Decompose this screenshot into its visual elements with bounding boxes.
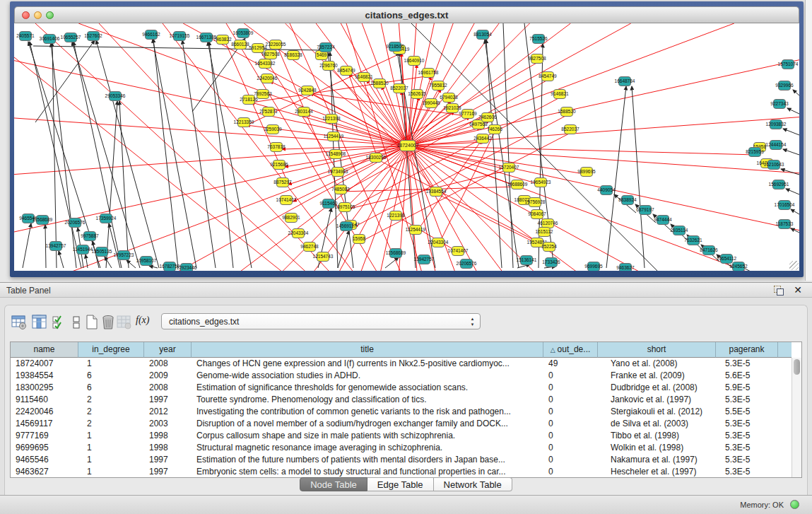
table-cell[interactable]: 2 — [78, 394, 144, 406]
table-cell[interactable]: 2008 — [144, 358, 192, 370]
graph-edge[interactable] — [177, 146, 408, 271]
network-graph[interactable]: 1232541918640910169617587955812679402819… — [14, 23, 799, 271]
table-cell[interactable]: 0 — [543, 382, 598, 394]
table-cell[interactable]: Estimation of the future numbers of pati… — [192, 454, 543, 466]
table-cell[interactable]: 5.3E-5 — [716, 418, 778, 430]
graph-edge[interactable] — [786, 189, 799, 194]
table-cell[interactable]: 9465546 — [11, 454, 78, 466]
graph-edge[interactable] — [14, 118, 408, 146]
close-panel-icon[interactable]: ✕ — [794, 284, 802, 296]
graph-edge[interactable] — [105, 257, 112, 268]
table-cell[interactable]: Yano et al. (2008) — [598, 358, 716, 370]
table-cell[interactable]: 0 — [543, 454, 598, 466]
resize-grip-icon[interactable] — [789, 261, 799, 270]
table-cell[interactable]: 2 — [78, 406, 144, 418]
table-cell[interactable]: 0 — [543, 406, 598, 418]
table-cell[interactable]: Disruption of a novel member of a sodium… — [192, 418, 543, 430]
table-select-combobox[interactable]: citations_edges.txt ▲▼ — [161, 313, 481, 329]
table-cell[interactable]: 0 — [543, 370, 598, 382]
table-cell[interactable]: Investigating the contribution of common… — [192, 406, 543, 418]
table-cell[interactable]: 1998 — [144, 442, 192, 454]
table-cell[interactable]: Franke et al. (2009) — [598, 370, 716, 382]
table-cell[interactable]: 0 — [543, 466, 598, 477]
table-cell[interactable]: 2012 — [144, 406, 192, 418]
graph-edge[interactable] — [632, 86, 645, 268]
table-cell[interactable]: 2009 — [144, 370, 192, 382]
table-cell[interactable]: Stergiakouli et al. (2012) — [598, 406, 716, 418]
graph-edge[interactable] — [182, 40, 216, 268]
table-cell[interactable]: Changes of HCN gene expression and I(f) … — [192, 358, 543, 370]
table-cell[interactable]: 1 — [78, 358, 144, 370]
graph-edge[interactable] — [503, 23, 513, 268]
table-cell[interactable]: 9777169 — [11, 430, 78, 442]
column-header-year[interactable]: year — [144, 342, 192, 358]
table-cell[interactable]: 0 — [543, 442, 598, 454]
graph-edge[interactable] — [606, 86, 626, 268]
table-cell[interactable]: 5.5E-5 — [716, 406, 778, 418]
table-cell[interactable]: Structural magnetic resonance image aver… — [192, 442, 543, 454]
table-row[interactable]: 946554611997Estimation of the future num… — [11, 454, 792, 466]
table-cell[interactable]: 14569117 — [11, 418, 78, 430]
table-cell[interactable]: 19384554 — [11, 370, 78, 382]
table-cell[interactable]: 5.3E-5 — [716, 466, 778, 477]
table-cell[interactable]: 18724007 — [11, 358, 78, 370]
graph-edge[interactable] — [126, 260, 136, 268]
graph-edge[interactable] — [149, 266, 158, 268]
table-cell[interactable]: 5.6E-5 — [716, 370, 778, 382]
table-cell[interactable]: Dudbridge et al. (2008) — [598, 382, 716, 394]
table-row[interactable]: 1456911722003Disruption of a novel membe… — [11, 418, 792, 430]
tab-network-table[interactable]: Network Table — [434, 477, 512, 491]
table-cell[interactable]: Hescheler et al. (1997) — [598, 466, 716, 477]
table-cell[interactable]: 0 — [543, 418, 598, 430]
table-cell[interactable]: 2003 — [144, 418, 192, 430]
table-row[interactable]: 2242004622012Investigating the contribut… — [11, 406, 792, 418]
table-cell[interactable]: 0 — [543, 430, 598, 442]
graph-edge[interactable] — [485, 40, 519, 268]
table-cell[interactable]: 6 — [78, 370, 144, 382]
graph-edge[interactable] — [30, 42, 81, 268]
table-row[interactable]: 1938455462009Genome-wide association stu… — [11, 370, 792, 382]
table-cell[interactable]: 22420046 — [11, 406, 78, 418]
table-cell[interactable]: Tourette syndrome. Phenomenology and cla… — [192, 394, 543, 406]
table-cell[interactable]: 1 — [78, 442, 144, 454]
table-row[interactable]: 911546021997Tourette syndrome. Phenomeno… — [11, 394, 792, 406]
table-cell[interactable]: Jankovic et al. (1997) — [598, 394, 716, 406]
graph-edge[interactable] — [787, 108, 799, 114]
table-cell[interactable]: 1997 — [144, 394, 192, 406]
column-header-short[interactable]: short — [598, 342, 716, 358]
column-header-pagerank[interactable]: pagerank — [716, 342, 778, 358]
table-cell[interactable]: 5.3E-5 — [716, 358, 778, 370]
table-cell[interactable]: 1998 — [144, 430, 192, 442]
table-row[interactable]: 946362711997Embryonic stem cells: a mode… — [11, 466, 792, 477]
table-cell[interactable]: 1 — [78, 466, 144, 477]
table-cell[interactable]: 2 — [78, 418, 144, 430]
table-row[interactable]: 969969511998Structural magnetic resonanc… — [11, 442, 792, 454]
table-cell[interactable]: Corpus callosum shape and size in male p… — [192, 430, 543, 442]
table-cell[interactable]: 5.3E-5 — [716, 454, 778, 466]
float-panel-icon[interactable] — [774, 286, 784, 295]
table-row[interactable]: 1872400712008Changes of HCN gene express… — [11, 358, 792, 370]
graph-edge[interactable] — [338, 230, 349, 268]
graph-edge[interactable] — [408, 117, 470, 146]
graph-edge[interactable] — [486, 40, 502, 268]
graph-edge[interactable] — [783, 129, 799, 135]
show-columns-button[interactable] — [30, 313, 49, 332]
table-row[interactable]: 1830029562008Estimation of significance … — [11, 382, 792, 394]
table-cell[interactable]: 1 — [78, 430, 144, 442]
table-cell[interactable]: 1997 — [144, 454, 192, 466]
table-settings-button[interactable] — [10, 313, 28, 332]
select-all-rows-button[interactable] — [50, 313, 69, 332]
table-cell[interactable]: de Silva et al. (2003) — [598, 418, 716, 430]
table-cell[interactable]: 9699695 — [11, 442, 78, 454]
scrollbar-thumb[interactable] — [794, 359, 800, 375]
graph-edge[interactable] — [791, 228, 799, 233]
graph-edge[interactable] — [793, 90, 799, 95]
graph-edge[interactable] — [286, 23, 408, 146]
table-cell[interactable]: Embryonic stem cells: a model to study s… — [192, 466, 543, 477]
table-cell[interactable]: Nakamura et al. (1997) — [598, 454, 716, 466]
tab-edge-table[interactable]: Edge Table — [367, 477, 434, 491]
column-header-out_de[interactable]: △out_de... — [543, 342, 598, 358]
graph-edge[interactable] — [106, 101, 117, 268]
table-cell[interactable]: 9463627 — [11, 466, 78, 477]
table-cell[interactable]: 6 — [78, 382, 144, 394]
